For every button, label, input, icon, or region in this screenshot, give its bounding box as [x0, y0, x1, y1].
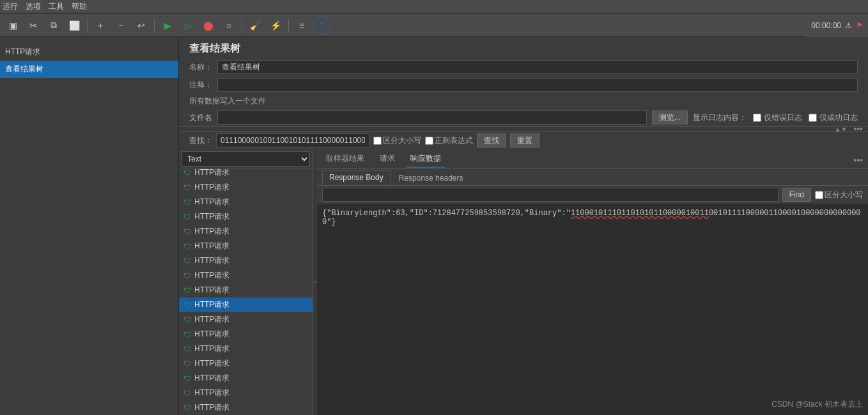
new-button[interactable]: ▣	[4, 17, 22, 34]
error-log-check[interactable]: 仅错误日志	[752, 112, 802, 123]
log-content-label: 显示日志内容：	[693, 112, 747, 123]
browse-button[interactable]: 测览...	[652, 110, 688, 124]
shield-icon: 🛡	[183, 242, 192, 251]
broom-button[interactable]: 🧹	[246, 17, 264, 34]
watermark: CSDN @Stack 初木者店上	[771, 399, 863, 410]
case-sensitive-checkbox[interactable]	[373, 137, 382, 145]
menu-help[interactable]: 帮助	[72, 1, 87, 12]
sidebar-item-result-tree[interactable]: 查看结果树	[0, 61, 178, 78]
sidebar-item-empty[interactable]	[0, 37, 178, 43]
tree-item[interactable]: 🛡HTTP请求	[179, 209, 313, 224]
tree-item[interactable]: 🛡HTTP请求	[179, 169, 313, 180]
tree-item-label: HTTP请求	[194, 169, 229, 178]
tree-item[interactable]: 🛡HTTP请求	[179, 342, 313, 356]
search-row: 查找： 区分大小写 正则表达式 查找 重置	[179, 132, 868, 149]
remove-button[interactable]: −	[112, 17, 130, 34]
tree-item[interactable]: 🛡HTTP请求	[179, 327, 313, 342]
find-bar: Find 区分大小写	[317, 186, 868, 204]
menu-tools[interactable]: 工具	[49, 1, 64, 12]
find-button[interactable]: 查找	[477, 133, 506, 147]
success-log-check[interactable]: 仅成功日志	[807, 112, 858, 123]
tree-item-label: HTTP请求	[194, 388, 229, 398]
cut-button[interactable]: ✂	[24, 17, 42, 34]
resp-tab-body[interactable]: Response Body	[322, 170, 391, 185]
tree-item[interactable]: 🛡HTTP请求	[179, 356, 313, 371]
comment-row: 注释：	[179, 76, 868, 94]
circle-button[interactable]: ○	[220, 17, 238, 34]
shield-icon: 🛡	[183, 315, 192, 324]
paste-button[interactable]: ⬜	[65, 17, 83, 34]
resp-tab-headers[interactable]: Response headers	[392, 171, 470, 185]
reset-button[interactable]: 重置	[510, 133, 539, 147]
tree-panel: Text RegExp Tester CSS/JQuery Tester XPa…	[179, 149, 313, 415]
case-sensitive-check[interactable]: 区分大小写	[373, 135, 421, 146]
lightning-button[interactable]: ⚡	[267, 17, 284, 34]
menu-run[interactable]: 运行	[3, 1, 18, 12]
main-layout: HTTP请求 查看结果树 查看结果树 名称： 注释： 所有数据写入一个文件 文件…	[0, 37, 868, 415]
undo-button[interactable]: ↩	[132, 17, 150, 34]
file-input[interactable]	[217, 110, 647, 124]
sidebar-http-label: HTTP请求	[5, 47, 40, 56]
tree-item[interactable]: 🛡HTTP请求	[179, 253, 313, 268]
tree-list[interactable]: 🛡HTTP请求🛡HTTP请求🛡HTTP请求🛡HTTP请求🛡HTTP请求🛡HTTP…	[179, 169, 313, 415]
comment-input[interactable]	[217, 78, 858, 92]
sidebar-item-http[interactable]: HTTP请求	[0, 43, 178, 61]
tree-item[interactable]: 🛡HTTP请求	[179, 371, 313, 386]
tree-item[interactable]: 🛡HTTP请求	[179, 298, 313, 312]
tree-item-label: HTTP请求	[194, 197, 229, 207]
tree-item[interactable]: 🛡HTTP请求	[179, 400, 313, 415]
tree-item[interactable]: 🛡HTTP请求	[179, 283, 313, 298]
tree-item-label: HTTP请求	[194, 241, 229, 252]
tree-item-label: HTTP请求	[194, 329, 229, 340]
write-all-text: 所有数据写入一个文件	[189, 96, 266, 105]
find-case-checkbox[interactable]	[815, 191, 823, 199]
tree-item[interactable]: 🛡HTTP请求	[179, 312, 313, 327]
find-input[interactable]	[322, 188, 779, 202]
tab-request[interactable]: 请求	[376, 152, 399, 168]
copy-button[interactable]: ⧉	[45, 17, 63, 34]
sidebar: HTTP请求 查看结果树	[0, 37, 179, 415]
shield-icon: 🛡	[183, 169, 192, 177]
list-button[interactable]: ≡	[293, 17, 311, 34]
tree-item-label: HTTP请求	[194, 314, 229, 325]
menu-options[interactable]: 选项	[26, 1, 41, 12]
tree-item[interactable]: 🛡HTTP请求	[179, 268, 313, 283]
more-menu-icon[interactable]: •••	[853, 155, 863, 165]
tree-item[interactable]: 🛡HTTP请求	[179, 386, 313, 400]
tree-item[interactable]: 🛡HTTP请求	[179, 224, 313, 239]
add-button[interactable]: +	[91, 17, 109, 34]
regex-checkbox[interactable]	[425, 137, 433, 145]
response-tabs: Response Body Response headers	[317, 169, 868, 186]
shield-icon: 🛡	[183, 227, 192, 236]
tree-item-label: HTTP请求	[194, 211, 229, 222]
find-case-check[interactable]: 区分大小写	[815, 190, 863, 200]
error-log-label: 仅错误日志	[764, 112, 802, 123]
tab-response-data[interactable]: 响应数据	[407, 152, 445, 168]
format-select[interactable]: Text RegExp Tester CSS/JQuery Tester XPa…	[182, 151, 310, 167]
play-button[interactable]: ▶	[159, 17, 176, 34]
regex-check[interactable]: 正则表达式	[425, 135, 473, 146]
find-btn[interactable]: Find	[782, 188, 811, 202]
success-log-checkbox[interactable]	[809, 114, 817, 122]
search-input[interactable]	[216, 133, 369, 147]
topright-area: 00:00:00 ⚠ ⚑	[806, 14, 868, 37]
play2-button[interactable]: ▷	[179, 17, 197, 34]
tree-item[interactable]: 🛡HTTP请求	[179, 180, 313, 195]
comment-label: 注释：	[189, 80, 212, 91]
stop-button[interactable]: ⬤	[199, 17, 217, 34]
error-log-checkbox[interactable]	[753, 114, 761, 122]
tree-item[interactable]: 🛡HTTP请求	[179, 195, 313, 209]
sep-bar-top[interactable]: ▲▼ •••	[179, 126, 868, 132]
tree-item[interactable]: 🛡HTTP请求	[179, 239, 313, 253]
bottom-area: Text RegExp Tester CSS/JQuery Tester XPa…	[179, 149, 868, 415]
success-log-label: 仅成功日志	[819, 112, 858, 123]
shield-icon: 🛡	[183, 389, 192, 398]
name-input[interactable]	[217, 60, 858, 74]
tab-sampler-result[interactable]: 取样器结果	[322, 152, 368, 168]
content-area: 查看结果树 名称： 注释： 所有数据写入一个文件 文件名 测览... 显示日志内…	[179, 37, 868, 415]
help-button[interactable]: ?	[313, 17, 331, 34]
tree-item-label: HTTP请求	[194, 285, 229, 296]
tree-item-label: HTTP请求	[194, 373, 229, 384]
name-row: 名称：	[179, 58, 868, 76]
tree-item-label: HTTP请求	[194, 182, 229, 193]
